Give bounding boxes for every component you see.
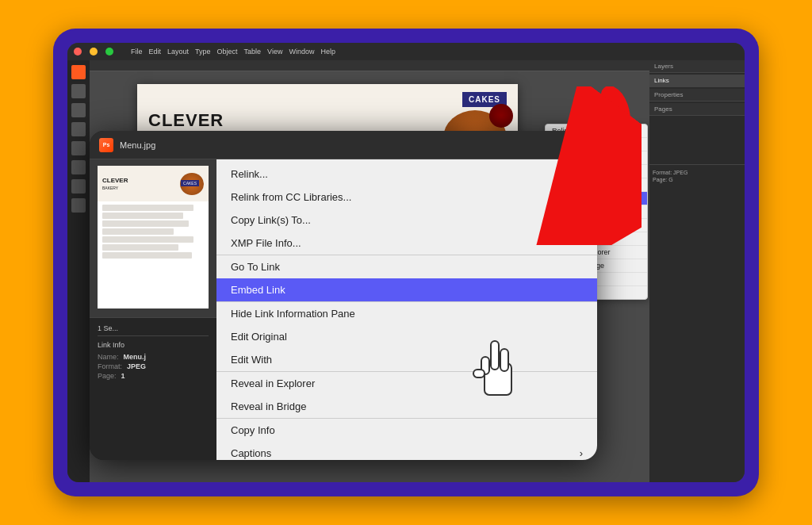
popup-info-panel: 1 Se... Link Info Name: Menu.j Format: J… xyxy=(90,318,216,387)
ctx-copy-info[interactable]: Copy Info xyxy=(216,418,597,442)
toolbar-hand[interactable] xyxy=(71,198,86,213)
menu-type[interactable]: Type xyxy=(195,48,211,56)
link-page-row: Page: 1 xyxy=(98,371,209,381)
ctx-relink-cc[interactable]: Relink from CC Libraries... xyxy=(216,186,597,209)
left-toolbar xyxy=(67,60,90,482)
popup-titlebar: Ps Menu.jpg 1 xyxy=(90,131,597,159)
ctx-captions-arrow: › xyxy=(580,447,583,459)
toolbar-pen[interactable] xyxy=(71,103,86,117)
popup-body: CLEVERBAKERY CAKES xyxy=(90,159,597,460)
maximize-dot xyxy=(105,48,113,56)
menu-help[interactable]: Help xyxy=(320,48,335,56)
ctx-edit-with[interactable]: Edit With xyxy=(216,348,597,371)
ctx-xmp[interactable]: XMP File Info... xyxy=(216,232,597,255)
menu-bar: File Edit Layout Type Object Table View … xyxy=(67,43,745,60)
popup-title: Menu.jpg xyxy=(120,140,155,150)
ctx-edit-orig[interactable]: Edit Original xyxy=(216,325,597,348)
preview-page: CLEVERBAKERY CAKES xyxy=(98,166,209,308)
menu-view[interactable]: View xyxy=(267,48,282,56)
toolbar-rect[interactable] xyxy=(71,122,86,136)
ctx-captions[interactable]: Captions › xyxy=(216,442,597,460)
ctx-hide[interactable]: Hide Link Information Pane xyxy=(216,301,597,325)
popup-page-num: 1 xyxy=(576,140,588,150)
panel-tab-layers[interactable]: Layers xyxy=(649,60,745,73)
toolbar-ellipse[interactable] xyxy=(71,141,86,155)
minimize-dot xyxy=(90,48,98,56)
toolbar-type[interactable] xyxy=(71,84,86,98)
ctx-relink[interactable]: Relink... xyxy=(216,163,597,186)
ctx-copy-link[interactable]: Copy Link(s) To... xyxy=(216,209,597,232)
main-context-menu: Relink... Relink from CC Libraries... Co… xyxy=(216,159,597,460)
indesign-background: File Edit Layout Type Object Table View … xyxy=(67,43,745,482)
name-value: Menu.j xyxy=(124,353,147,361)
preview-logo: CLEVERBAKERY xyxy=(102,177,128,191)
ctx-reveal-bridge[interactable]: Reveal in Bridge xyxy=(216,395,597,418)
panel-tab-links[interactable]: Links xyxy=(649,75,745,87)
panel-tab-pages[interactable]: Pages xyxy=(649,103,745,116)
popup-app-icon: Ps xyxy=(99,138,113,152)
preview-cakes-badge: CAKES xyxy=(181,180,199,186)
format-label: Format: xyxy=(98,362,122,370)
name-label: Name: xyxy=(98,353,119,361)
big-popup: Ps Menu.jpg 1 CLEVERBAKERY xyxy=(90,131,597,460)
menu-object[interactable]: Object xyxy=(217,48,238,56)
format-value: JPEG xyxy=(127,362,146,370)
link-info-header: Link Info xyxy=(98,341,209,349)
menu-table[interactable]: Table xyxy=(244,48,262,56)
ruler-top xyxy=(90,60,649,71)
popup-sidebar: CLEVERBAKERY CAKES xyxy=(90,159,216,460)
menu-layout[interactable]: Layout xyxy=(167,48,189,56)
outer-card: File Edit Layout Type Object Table View … xyxy=(53,29,759,496)
menu-window[interactable]: Window xyxy=(289,48,314,56)
page-value: 1 xyxy=(121,372,125,380)
selection-info: 1 Se... xyxy=(98,324,209,332)
menu-title: CLEVER xyxy=(148,110,224,131)
toolbar-zoom[interactable] xyxy=(71,179,86,194)
link-name-row: Name: Menu.j xyxy=(98,352,209,362)
preview-items xyxy=(98,201,209,262)
close-dot xyxy=(74,48,82,56)
toolbar-select[interactable] xyxy=(71,65,86,79)
menu-bar-items: File Edit Layout Type Object Table View … xyxy=(131,48,335,56)
toolbar-line[interactable] xyxy=(71,160,86,174)
panel-tab-properties[interactable]: Properties xyxy=(649,89,745,102)
ctx-embed[interactable]: Embed Link xyxy=(216,278,597,301)
page-label: Page: xyxy=(98,372,117,380)
right-panel: Layers Links Properties Pages Format: JP… xyxy=(649,60,745,482)
menu-file[interactable]: File xyxy=(131,48,143,56)
link-format-row: Format: JPEG xyxy=(98,362,209,371)
ctx-reveal-explorer[interactable]: Reveal in Explorer xyxy=(216,371,597,395)
popup-canvas-preview: CLEVERBAKERY CAKES xyxy=(90,159,216,318)
ctx-goto[interactable]: Go To Link xyxy=(216,255,597,278)
menu-edit[interactable]: Edit xyxy=(149,48,162,56)
